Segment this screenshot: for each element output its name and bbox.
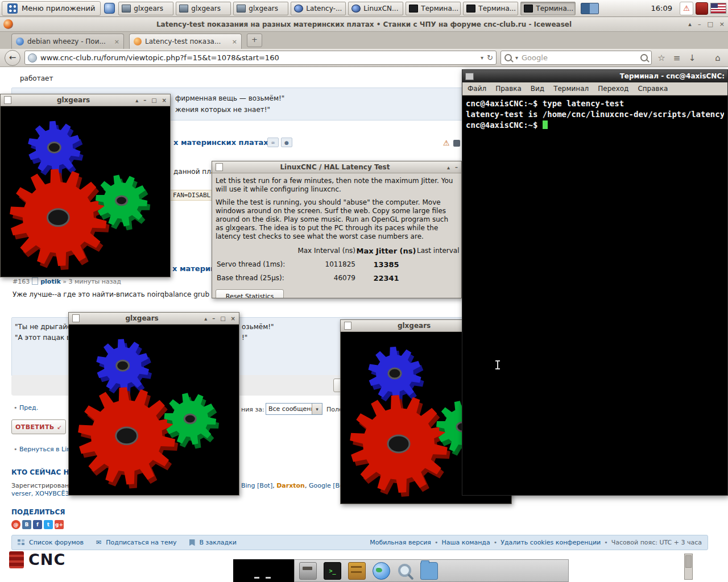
maximize-icon[interactable]: □ [707,20,713,28]
scrollbar[interactable] [684,554,693,580]
alert-icon[interactable] [696,2,708,15]
browser-titlebar[interactable]: Latency-test показания на разных материн… [0,17,728,32]
menu-view[interactable]: Вид [531,85,544,93]
glxgears-titlebar[interactable]: glxgears ▴ – □ × [69,313,239,325]
drawer-icon[interactable] [299,562,317,580]
shade-icon[interactable]: ▴ [447,164,450,171]
topic-title-link[interactable]: х материнских платах [173,138,268,147]
mailru-icon[interactable]: @ [11,520,20,529]
minimize-icon[interactable]: – [143,97,146,103]
search-engine-icon[interactable] [504,54,512,61]
us-flag-icon[interactable] [710,3,726,14]
chevron-down-icon[interactable]: ▾ [312,404,322,414]
close-icon[interactable]: × [162,97,167,103]
who-bot-2[interactable]: Google [Bot] [309,482,341,489]
menu-file[interactable]: Файл [468,85,486,93]
magnifier-icon[interactable] [397,563,413,579]
scrollbar-thumb[interactable] [685,555,692,568]
shade-icon[interactable]: ▴ [135,97,138,103]
report-warning-icon[interactable]: ⚠ [443,139,450,147]
terminal-titlebar[interactable]: Терминал - cnc@4axisCNC: [462,70,727,82]
file-cabinet-icon[interactable] [348,562,366,580]
menu-terminal[interactable]: Терминал [553,85,589,93]
search-bar[interactable]: ▾ Google [500,51,652,65]
glxgears-titlebar[interactable]: glxgears ▴ – □ × [1,94,170,106]
display-posts-select[interactable]: Все сообщения ▾ [266,403,322,415]
close-icon[interactable]: × [719,20,725,28]
search-dropdown-icon[interactable]: ▾ [515,55,518,61]
home-icon[interactable]: ⌂ [712,53,723,63]
terminal-window[interactable]: Терминал - cnc@4axisCNC: Файл Правка Вид… [462,69,728,496]
menu-help[interactable]: Справка [638,85,668,93]
shade-icon[interactable]: ▴ [688,20,692,28]
forum-list-link[interactable]: Список форумов [29,539,84,546]
team-link[interactable]: Наша команда [441,539,490,546]
return-forum-link[interactable]: Вернуться в Linu [19,446,75,453]
delete-cookies-link[interactable]: Удалить cookies конференции [500,539,601,546]
vk-icon[interactable]: В [22,520,31,529]
who-user-darxton[interactable]: Darxton [276,482,305,489]
url-bar[interactable]: www.cnc-club.ru/forum/viewtopic.php?f=15… [24,51,497,65]
taskbar-window-latency[interactable]: Latency-... [291,2,346,15]
reply-button[interactable]: ОТВЕТИТЬ ↙ [11,419,66,434]
launcher-icon[interactable] [104,3,115,14]
applications-menu-button[interactable]: Меню приложений [2,1,101,16]
workspace-pager[interactable] [581,3,599,14]
menu-edit[interactable]: Правка [495,85,522,93]
globe-icon[interactable] [373,562,390,580]
close-icon[interactable]: × [231,315,235,322]
file-manager-icon[interactable] [420,562,438,580]
taskbar-window-terminal-2[interactable]: Термина... [463,2,518,15]
latency-titlebar[interactable]: LinuxCNC / HAL Latency Test ▴ – [212,161,461,173]
tab-title: debian wheezy - Пои... [27,38,111,45]
terminal-launcher-icon[interactable]: >_ [324,562,341,580]
menu-go[interactable]: Переход [598,85,628,93]
taskbar-window-terminal-1[interactable]: Термина... [406,2,461,15]
minimize-icon[interactable]: – [212,315,215,322]
taskbar-window-glxgears-2[interactable]: glxgears [176,2,231,15]
who-online-line2[interactable]: verser, ХОЧУВСЁЗ [11,490,69,497]
taskbar-window-glxgears-1[interactable]: glxgears [118,2,173,15]
site-identity-icon[interactable] [28,53,37,63]
glxgears-window-2[interactable]: glxgears ▴ – □ × [68,312,239,496]
tab-debian-wheezy[interactable]: debian wheezy - Пои... × [11,34,124,49]
update-warning-icon[interactable]: ⚠ [680,2,693,15]
minimize-icon[interactable]: – [455,164,458,171]
maximize-icon[interactable]: □ [151,97,156,103]
new-tab-button[interactable]: + [247,34,262,47]
reset-statistics-button[interactable]: Reset Statistics [216,289,284,298]
post-author-link[interactable]: plotik [40,278,61,285]
search-input[interactable]: Google [522,53,637,62]
bookmarks-menu-icon[interactable]: ≡ [671,53,682,63]
tab-latency-test[interactable]: Latency-test показа... × [129,34,242,49]
prev-page-link[interactable]: Пред. [19,404,38,411]
facebook-icon[interactable]: f [33,520,42,529]
subscribe-link[interactable]: Подписаться на тему [106,539,176,546]
bookmark-star-icon[interactable]: ☆ [656,53,667,63]
downloads-icon[interactable]: ↓ [686,53,698,63]
twitter-icon[interactable]: t [44,520,53,529]
taskbar-window-terminal-3[interactable]: Термина... [520,2,576,15]
mobile-version-link[interactable]: Мобильная версия [370,539,431,546]
site-logo[interactable]: CNC [9,551,65,568]
reload-icon[interactable]: ↻ [487,53,493,62]
post-action-icon[interactable] [453,140,460,147]
who-bot-1[interactable]: Bing [Bot] [241,482,272,489]
taskbar-window-linuxcnc[interactable]: LinuxCN... [348,2,403,15]
latency-test-window[interactable]: LinuxCNC / HAL Latency Test ▴ – Let this… [212,161,462,298]
user-icon[interactable]: ● [281,138,292,147]
post-number: #163 [13,278,30,285]
glxgears-window-1[interactable]: glxgears ▴ – □ × [0,94,171,277]
maximize-icon[interactable]: □ [220,315,225,322]
search-submit-icon[interactable] [640,54,648,61]
back-button[interactable]: ← [5,50,20,66]
bookmark-link[interactable]: В закладки [200,539,237,546]
tab-close-icon[interactable]: × [232,38,237,45]
link-icon[interactable]: ∞ [267,138,279,147]
taskbar-window-glxgears-3[interactable]: glxgears [233,2,288,15]
tab-close-icon[interactable]: × [114,38,119,45]
minimize-icon[interactable]: – [698,20,701,28]
googleplus-icon[interactable]: g+ [55,520,64,529]
url-dropdown-icon[interactable]: ▾ [481,55,483,61]
shade-icon[interactable]: ▴ [204,315,207,322]
